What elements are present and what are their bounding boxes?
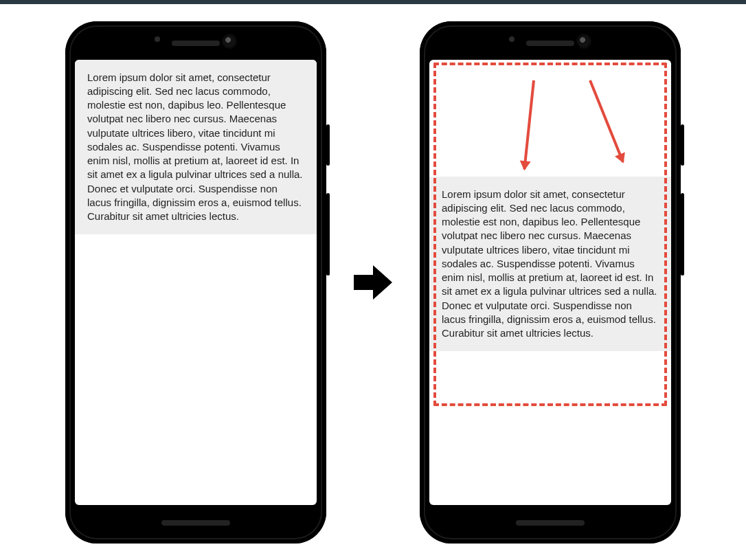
chin-speaker-icon [516, 520, 585, 526]
phone-before: Lorem ipsum dolor sit amet, consectetur … [65, 21, 326, 544]
phone-screen-before: Lorem ipsum dolor sit amet, consectetur … [75, 60, 317, 505]
volume-button-icon [326, 193, 330, 276]
phone-screen-after: Lorem ipsum dolor sit amet, consectetur … [429, 60, 671, 505]
phone-after: Lorem ipsum dolor sit amet, consectetur … [420, 21, 681, 544]
chin-speaker-icon [161, 520, 230, 526]
front-camera-icon [578, 35, 590, 47]
motion-arrow-icon [523, 80, 535, 169]
svg-marker-0 [354, 265, 392, 300]
motion-arrow-icon [589, 80, 624, 162]
earpiece-icon [526, 41, 574, 46]
earpiece-icon [172, 41, 220, 46]
power-button-icon [681, 124, 684, 166]
sensor-dot-icon [155, 36, 160, 42]
content-card-before: Lorem ipsum dolor sit amet, consectetur … [75, 60, 317, 235]
volume-button-icon [681, 193, 684, 276]
content-card-after: Lorem ipsum dolor sit amet, consectetur … [429, 177, 671, 352]
arrow-right-icon [354, 265, 392, 300]
diagram-stage: Lorem ipsum dolor sit amet, consectetur … [0, 4, 746, 560]
sensor-dot-icon [509, 36, 515, 42]
front-camera-icon [223, 35, 236, 47]
power-button-icon [326, 124, 330, 166]
